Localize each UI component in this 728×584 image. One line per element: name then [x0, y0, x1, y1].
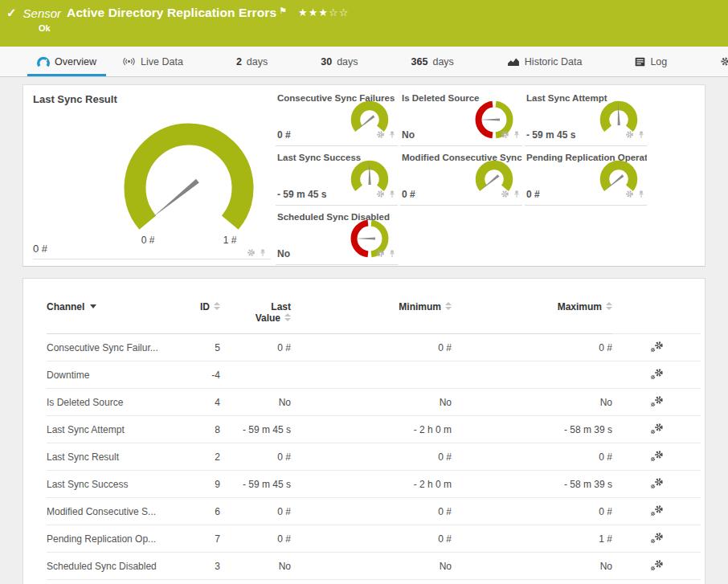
tab-settings[interactable]: Settings — [714, 47, 728, 76]
min-cell: 0 # — [291, 525, 452, 553]
tab-historic-data[interactable]: Historic Data — [501, 47, 589, 76]
id-cell: 2 — [183, 443, 220, 471]
table-row: Is Deleted Source4NoNoNo — [47, 389, 701, 416]
channel-settings-gear-icon[interactable] — [650, 395, 664, 407]
channel-settings-gear-icon[interactable] — [650, 559, 664, 571]
actions-cell — [612, 498, 701, 525]
gauge-title: Is Deleted Source — [402, 93, 480, 103]
last-cell: 0 # — [220, 443, 291, 471]
channel-settings-gear-icon[interactable] — [650, 423, 664, 435]
min-cell: No — [291, 553, 452, 580]
primary-gauge-cell: Last Sync Result 0 # 1 # 0 # — [23, 85, 274, 266]
channel-settings-gear-icon[interactable] — [650, 532, 664, 544]
tab-2-days[interactable]: 2days — [230, 47, 274, 76]
gauge-settings-gear-icon[interactable] — [376, 187, 385, 202]
max-cell: - 58 m 39 s — [452, 471, 612, 498]
tab-bar: OverviewLive Data2days30days365daysHisto… — [0, 47, 728, 77]
flag-icon: ⚑ — [279, 6, 287, 16]
column-header-actions — [612, 295, 701, 334]
sensor-title: Active Directory Replication Errors — [67, 6, 276, 20]
sensor-status-text: Ok — [0, 20, 728, 33]
max-cell — [452, 361, 612, 389]
gauge-pin-icon[interactable] — [389, 247, 395, 261]
gauge-cell-scheduled-sync-disabled: Scheduled Sync Disabled No — [276, 210, 398, 265]
tab-365-days[interactable]: 365days — [405, 47, 460, 76]
gauge-settings-gear-icon[interactable] — [376, 128, 385, 142]
channel-settings-gear-icon[interactable] — [650, 477, 664, 489]
channel-cell: Modified Consecutive S... — [47, 498, 183, 525]
column-header-last[interactable]: LastValue — [220, 295, 291, 334]
gauge-pin-icon[interactable] — [260, 246, 266, 260]
gauge-cell-modified-consecutive-sync: Modified Consecutive Sync F... 0 # — [400, 151, 522, 206]
sort-icon — [606, 302, 612, 310]
column-header-channel[interactable]: Channel — [47, 295, 183, 334]
gauge-pin-icon[interactable] — [389, 128, 395, 142]
gauge-pin-icon[interactable] — [638, 187, 644, 202]
priority-stars[interactable]: ★★★☆☆ — [298, 6, 349, 18]
gauges-panel: Last Sync Result 0 # 1 # 0 # Consecutive… — [22, 84, 706, 267]
primary-gauge-title: Last Sync Result — [33, 93, 117, 105]
tab-number: 365 — [411, 56, 428, 67]
min-cell — [291, 361, 452, 389]
gauge-settings-gear-icon[interactable] — [501, 187, 509, 202]
id-cell: -4 — [183, 361, 220, 389]
primary-gauge-scale-max: 1 # — [212, 235, 247, 246]
gauge-value: - 59 m 45 s — [526, 129, 575, 141]
last-cell: 0 # — [220, 525, 291, 553]
small-gauges-grid: Consecutive Sync Failures 0 #Is Deleted … — [276, 92, 647, 265]
max-cell: - 58 m 39 s — [452, 416, 612, 443]
tab-overview[interactable]: Overview — [31, 47, 103, 76]
last-cell: 0 # — [220, 334, 291, 361]
channel-table-panel: ChannelIDLastValueMinimumMaximumConsecut… — [22, 278, 706, 584]
gauge-value: No — [402, 129, 415, 141]
last-cell: No — [220, 553, 291, 580]
historic-data-icon — [507, 57, 520, 67]
gauge-settings-gear-icon[interactable] — [625, 187, 634, 202]
tab-label: Historic Data — [525, 56, 583, 67]
max-cell: 0 # — [452, 334, 612, 361]
settings-icon — [720, 56, 728, 67]
overview-icon — [37, 56, 50, 67]
gauge-value: 0 # — [402, 189, 415, 200]
actions-cell — [612, 389, 701, 416]
gauge-pin-icon[interactable] — [389, 187, 395, 202]
gauge-value: 0 # — [277, 129, 291, 141]
tab-log[interactable]: Log — [628, 47, 673, 76]
tab-30-days[interactable]: 30days — [314, 47, 364, 76]
stars-empty-icon: ☆☆ — [329, 6, 349, 18]
channel-table: ChannelIDLastValueMinimumMaximumConsecut… — [47, 295, 701, 580]
column-header-id[interactable]: ID — [183, 295, 220, 334]
gauge-cell-pending-replication-operations: Pending Replication Operatio... 0 # — [525, 151, 647, 206]
gauge-pin-icon[interactable] — [513, 187, 520, 202]
table-row: Scheduled Sync Disabled3NoNoNo — [47, 553, 701, 580]
actions-cell — [612, 525, 701, 553]
min-cell: No — [291, 389, 452, 416]
gauge-value: 0 # — [526, 189, 540, 200]
min-cell: - 2 h 0 m — [291, 471, 452, 498]
gauge-settings-gear-icon[interactable] — [625, 128, 634, 142]
channel-settings-gear-icon[interactable] — [650, 450, 664, 462]
gauge-pin-icon[interactable] — [513, 128, 520, 142]
tab-label: days — [432, 56, 453, 67]
channel-settings-gear-icon[interactable] — [650, 341, 664, 353]
sensor-header: ✓ Sensor Active Directory Replication Er… — [0, 0, 728, 47]
tab-live-data[interactable]: Live Data — [116, 47, 190, 76]
tab-label: Overview — [55, 56, 96, 67]
column-header-max[interactable]: Maximum — [452, 295, 612, 334]
gauge-settings-gear-icon[interactable] — [501, 128, 509, 142]
min-cell: 0 # — [291, 334, 452, 361]
gauge-pin-icon[interactable] — [638, 128, 644, 142]
channel-settings-gear-icon[interactable] — [650, 504, 664, 517]
gauge-settings-gear-icon[interactable] — [376, 247, 385, 261]
tab-number: 2 — [236, 56, 242, 67]
table-row: Downtime-4 — [47, 361, 701, 389]
channel-cell: Last Sync Result — [47, 443, 183, 471]
column-header-min[interactable]: Minimum — [291, 295, 452, 334]
table-row: Last Sync Success9- 59 m 45 s- 2 h 0 m- … — [47, 471, 701, 498]
actions-cell — [612, 553, 701, 580]
max-cell: No — [452, 553, 612, 580]
gauge-settings-gear-icon[interactable] — [247, 246, 256, 260]
channel-settings-gear-icon[interactable] — [650, 368, 664, 380]
gauge-value: - 59 m 45 s — [277, 189, 326, 200]
channel-cell: Is Deleted Source — [47, 389, 183, 416]
